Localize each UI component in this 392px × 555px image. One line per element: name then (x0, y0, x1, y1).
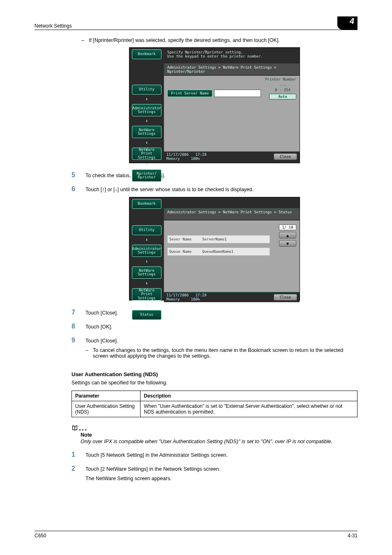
down-arrow-icon: ⬇ (129, 97, 164, 102)
netware-print-button[interactable]: NetWare Print Settings (132, 288, 161, 301)
queue-name-row: Queue Name QueueNameName1 (167, 247, 270, 256)
step-8: 8Touch [OK]. (71, 323, 357, 330)
server-name-row: Sever Name ServerName1 (167, 235, 270, 243)
device1-footer: 11/17/2006 17:28 Memory 100% Close (164, 151, 300, 162)
down-arrow-icon: ⬇ (129, 237, 164, 243)
table-header-description: Description (141, 391, 357, 401)
footer-page: 4-31 (348, 533, 357, 539)
status-button[interactable]: Status (132, 310, 161, 320)
intro-dash-text: If [Nprinter/Rprinter] was selected, spe… (89, 37, 280, 43)
bookmark-button[interactable]: Bookmark (132, 49, 161, 59)
down-arrow-icon: ⬇ (129, 259, 164, 264)
printer-number-range: 0 - 254 (269, 88, 296, 92)
printer-number-value: --- (269, 83, 296, 87)
parameter-table: Parameter Description User Authenticatio… (71, 391, 357, 417)
page-footer: C650 4-31 (35, 531, 357, 539)
page-header: Network Settings 4 (35, 16, 357, 30)
section-heading: User Authentication Setting (NDS) (71, 371, 357, 377)
nprinter-button[interactable]: Nprinter/ Rprinter (132, 169, 161, 182)
netware-settings-button[interactable]: NetWare Settings (132, 266, 161, 279)
step-7: 7Touch [Close]. (71, 309, 357, 316)
page-indicator: 1/ 10 (279, 224, 296, 230)
device2-footer: 11/17/2006 17:28 Memory 100% Close (164, 292, 300, 302)
device-screenshot-status: Bookmark Utility ⬇ Administrator Setting… (129, 197, 300, 301)
admin-settings-button[interactable]: Administrator Settings (132, 104, 161, 116)
print-server-name-field[interactable] (214, 90, 261, 97)
netware-settings-button[interactable]: NetWare Settings (132, 126, 161, 138)
down-arrow-icon: ⬇ (129, 162, 164, 167)
note-label: Note (81, 432, 357, 438)
step-9-dash: – To cancel changes to the settings, tou… (85, 347, 357, 359)
end-step-1: 1Touch [5 Network Setting] in the Admini… (71, 451, 357, 458)
end-step-2: 2Touch [2 NetWare Settings] in the Netwo… (71, 465, 357, 472)
note-body: Only over IPX is compatible when "User A… (81, 439, 357, 444)
device2-sidebar: Bookmark Utility ⬇ Administrator Setting… (129, 197, 164, 300)
up-arrow-button[interactable]: ▲ (279, 232, 296, 238)
step-9: 9Touch [Close]. (71, 337, 357, 344)
header-section: Network Settings (35, 23, 72, 29)
print-server-name-button[interactable]: Print Server Name (167, 90, 212, 97)
end-step-2-sub: The NetWare Setting screen appears. (85, 476, 357, 481)
admin-settings-button[interactable]: Administrator Settings (132, 245, 161, 257)
chapter-badge: 4 (337, 16, 357, 30)
table-row: User Authentication Setting (NDS) When "… (72, 401, 357, 417)
step-5: 5 To check the status, touch [Status]. (71, 171, 357, 179)
printer-number-label: Printer Number (265, 77, 296, 81)
netware-print-button[interactable]: NetWare Print Settings (132, 148, 161, 160)
down-arrow-icon: ⬇ (129, 118, 164, 124)
close-button[interactable]: Close (274, 153, 297, 160)
auto-button[interactable]: Auto (269, 94, 296, 99)
utility-button[interactable]: Utility (132, 85, 161, 95)
dash-marker: – (81, 37, 89, 43)
note-icon: ... (71, 425, 357, 431)
down-arrow-button[interactable]: ▼ (279, 240, 296, 247)
device1-main: Printer Number Print Server Name --- 0 -… (164, 76, 300, 151)
down-arrow-icon: ⬇ (129, 303, 164, 308)
section-intro: Settings can be specified for the follow… (71, 380, 357, 386)
utility-button[interactable]: Utility (132, 225, 161, 235)
device1-instruction: Specify Nprinter/Rprinter setting. Use t… (164, 48, 300, 64)
footer-model: C650 (35, 533, 46, 539)
step-6: 6 Touch [↑] or [↓] until the server whos… (71, 185, 357, 193)
breadcrumb: Administrator Settings > NetWare Print S… (164, 64, 300, 76)
table-header-parameter: Parameter (72, 391, 141, 401)
device2-main: 1/ 10 ▲ ▼ Sever Name ServerName1 Queue N… (164, 220, 300, 292)
breadcrumb: Administrator Settings > NetWare Print S… (164, 208, 300, 220)
bookmark-button[interactable]: Bookmark (132, 199, 161, 209)
device2-blank-msg (164, 197, 300, 208)
down-arrow-icon: ⬇ (129, 140, 164, 146)
down-arrow-icon: ⬇ (129, 281, 164, 286)
intro-dash: – If [Nprinter/Rprinter] was selected, s… (81, 37, 357, 43)
device-screenshot-nprinter: Bookmark Utility ⬇ Administrator Setting… (129, 47, 300, 163)
close-button[interactable]: Close (274, 294, 297, 301)
device1-sidebar: Bookmark Utility ⬇ Administrator Setting… (129, 48, 164, 163)
